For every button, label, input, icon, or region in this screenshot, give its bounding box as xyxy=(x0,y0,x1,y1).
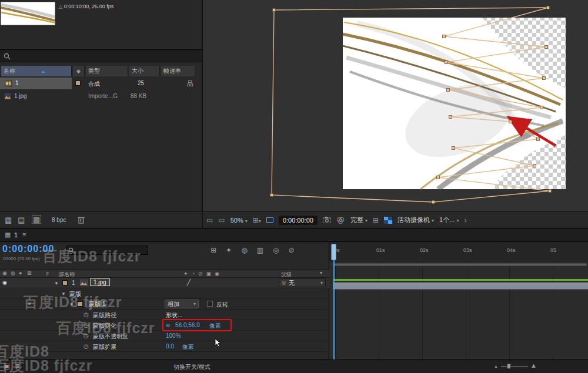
audio-icon[interactable]: ◍ xyxy=(11,271,15,276)
mask-opacity-value[interactable]: 100% xyxy=(166,332,181,339)
layer-row[interactable]: ◉ ▼ 1 1.jpg ╱ ◎ 无 ▾ xyxy=(0,278,329,288)
resolution-select[interactable]: 完整 ▾ xyxy=(350,216,368,224)
column-header-framerate[interactable]: 帧速率 xyxy=(161,66,195,76)
mask-vertex-handle[interactable] xyxy=(543,77,546,80)
eye-icon[interactable]: ◉ xyxy=(2,271,7,276)
playhead-handle[interactable] xyxy=(331,244,336,260)
project-search[interactable] xyxy=(0,49,202,62)
mask-vertex-handle[interactable] xyxy=(545,46,548,49)
mask-path-value[interactable]: 形状... xyxy=(166,311,182,320)
zoom-in-mountain-icon[interactable]: ▲ xyxy=(530,362,537,369)
mask-expansion-row[interactable]: ◷ 蒙版扩展 0.0 像素 xyxy=(0,341,329,352)
preview-timecode[interactable]: 0:00:00:00 xyxy=(279,216,318,225)
stopwatch-icon[interactable]: ◷ xyxy=(83,322,89,328)
magnification-select[interactable]: 50% ▾ xyxy=(230,217,248,224)
snapshot-camera-icon[interactable] xyxy=(323,217,331,223)
mask-group-row[interactable]: ▼ 蒙版 xyxy=(0,288,329,299)
chevron-down-icon[interactable]: ▾ xyxy=(320,271,322,275)
stopwatch-icon[interactable]: ◷ xyxy=(83,332,89,339)
motion-blur-icon[interactable]: ◎ xyxy=(273,247,279,254)
mask-vertex-handle[interactable] xyxy=(537,138,540,141)
composition-viewer[interactable] xyxy=(203,0,588,211)
timeline-search[interactable] xyxy=(66,246,148,255)
quality-switch-icon[interactable]: ╱ xyxy=(187,279,191,285)
stopwatch-icon[interactable]: ◷ xyxy=(83,311,89,318)
mask-vertex-handle[interactable] xyxy=(509,120,512,123)
mask-name[interactable]: 蒙版 1 xyxy=(86,300,108,308)
mask-vertex-handle[interactable] xyxy=(540,106,543,109)
shy-layers-icon[interactable]: ◍ xyxy=(241,247,247,254)
panel-overflow-icon[interactable]: › xyxy=(464,217,466,224)
mask-row[interactable]: ■ ▼ 蒙版 1 相加 ▾ 反转 xyxy=(0,299,329,310)
mask-vertex-handle[interactable] xyxy=(437,176,440,179)
solo-icon[interactable]: ● xyxy=(19,271,22,276)
switches-pane-icon[interactable]: ▣ xyxy=(4,362,10,369)
select-box-icon[interactable]: ■ xyxy=(28,301,31,306)
parent-select[interactable]: ◎ 无 ▾ xyxy=(279,278,326,287)
trash-icon[interactable] xyxy=(78,216,85,224)
mask-vertex-handle[interactable] xyxy=(270,194,273,197)
mask-vertex-handle[interactable] xyxy=(533,164,536,167)
roi-icon[interactable] xyxy=(266,217,273,223)
transfer-controls-icon[interactable]: ≡ xyxy=(15,362,19,369)
layer-source-name[interactable]: 1.jpg xyxy=(90,278,110,286)
column-index[interactable]: # xyxy=(46,271,49,277)
work-area-bar[interactable] xyxy=(333,263,587,266)
column-header-name[interactable]: 名称 ▲ xyxy=(1,66,72,76)
view-layout-select[interactable]: 1个... ▾ xyxy=(439,216,459,224)
transparency-grid-icon[interactable] xyxy=(384,217,392,224)
invert-checkbox[interactable] xyxy=(207,301,213,307)
mask-vertex-handle[interactable] xyxy=(549,190,552,193)
pixel-aspect-icon[interactable]: ⊞ xyxy=(373,217,379,224)
timeline-track-area[interactable]: 0s 01s 02s 03s 04s 05 xyxy=(329,242,588,359)
project-bpc[interactable]: 8 bpc xyxy=(52,217,66,223)
layer-label-chip[interactable] xyxy=(62,280,68,285)
playhead-line[interactable] xyxy=(333,244,335,359)
mask-color-chip[interactable] xyxy=(78,301,83,307)
table-row-composition[interactable]: 1 合成 25 品 xyxy=(0,78,203,89)
mask-vertex-handle[interactable] xyxy=(449,116,452,119)
grid-guides-icon[interactable]: ⊞▾ xyxy=(253,217,261,224)
panel-menu-icon[interactable]: ≡ xyxy=(22,231,26,238)
mask-opacity-row[interactable]: ◷ 蒙版不透明度 100% xyxy=(0,331,329,341)
mask-feather-label[interactable]: 蒙版羽化 xyxy=(93,322,116,330)
group-twirl-icon[interactable]: ▼ xyxy=(61,291,66,297)
table-row-footage[interactable]: 1.jpg Importe...G 88 KB xyxy=(0,90,203,102)
zoom-slider-track[interactable] xyxy=(501,366,528,367)
eye-icon[interactable]: ◉ xyxy=(2,280,7,285)
mask-group-label[interactable]: 蒙版 xyxy=(69,290,81,298)
mask-vertex-handle[interactable] xyxy=(547,6,550,9)
mask-twirl-icon[interactable]: ▼ xyxy=(69,302,74,307)
mask-vertex-handle[interactable] xyxy=(445,61,448,64)
graph-editor-icon[interactable]: ⊘ xyxy=(288,247,294,254)
mask-vertex-handle[interactable] xyxy=(273,9,276,12)
interpret-footage-icon[interactable]: ▦ xyxy=(5,216,12,224)
zoom-out-mountain-icon[interactable]: ▲ xyxy=(494,364,498,368)
mask-opacity-label[interactable]: 蒙版不透明度 xyxy=(93,332,128,341)
frame-blend-icon[interactable]: ▥ xyxy=(257,247,263,254)
layer-duration-bar[interactable] xyxy=(333,283,588,290)
lock-icon[interactable]: ⊠ xyxy=(27,271,32,276)
toggle-switches-button[interactable]: 切换开关/模式 xyxy=(173,363,211,371)
mask-vertex-handle[interactable] xyxy=(452,147,455,150)
mask-vertex-handle[interactable] xyxy=(443,35,446,38)
invert-label[interactable]: 反转 xyxy=(216,301,228,309)
stopwatch-icon[interactable]: ◷ xyxy=(83,343,89,350)
mask-path-label[interactable]: 蒙版路径 xyxy=(93,311,116,320)
always-preview-icon[interactable]: ▭ xyxy=(206,217,213,224)
mask-expansion-label[interactable]: 蒙版扩展 xyxy=(93,343,116,351)
mask-vertex-handle[interactable] xyxy=(432,201,435,204)
pickwhip-icon[interactable]: ◎ xyxy=(282,280,286,285)
new-composition-icon[interactable]: ▩ xyxy=(32,215,41,224)
time-ruler[interactable] xyxy=(329,242,588,261)
zoom-slider-handle[interactable] xyxy=(507,364,511,369)
mask-mode-select[interactable]: 相加 ▾ xyxy=(165,300,199,308)
composition-flowchart-icon[interactable]: ⊞ xyxy=(211,247,216,254)
primary-viewer-icon[interactable]: ▭ xyxy=(218,217,225,224)
column-header-size[interactable]: 大小 xyxy=(129,66,160,76)
mask-feather-row[interactable]: ◷ 蒙版羽化 ∞ 56.0,56.0 像素 xyxy=(0,320,329,331)
label-color-chip[interactable] xyxy=(75,80,81,86)
mask-vertex-handle[interactable] xyxy=(447,89,450,92)
draft-3d-icon[interactable]: ✦ xyxy=(226,247,232,254)
new-folder-icon[interactable]: ▤ xyxy=(18,216,25,224)
